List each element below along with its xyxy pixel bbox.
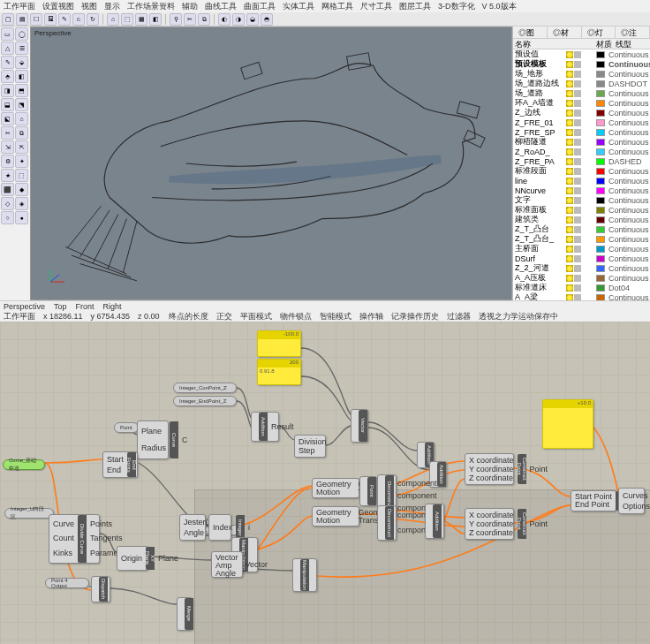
tool-button[interactable]: ⬚ — [15, 169, 28, 182]
tool-button[interactable]: △ — [1, 42, 14, 55]
lock-icon[interactable] — [574, 51, 581, 58]
gh-component[interactable]: X coordinateY coordinateZ coordinateCons… — [465, 508, 514, 540]
color-swatch[interactable] — [596, 100, 605, 107]
menu-item[interactable]: 设置视图 — [42, 1, 74, 11]
color-swatch[interactable] — [596, 168, 605, 175]
lock-icon[interactable] — [574, 197, 581, 204]
bulb-icon[interactable] — [566, 284, 573, 292]
gh-component[interactable]: OriginXY PlanePlane — [117, 546, 148, 571]
view-tab[interactable]: Top — [54, 302, 67, 311]
menu-item[interactable]: 曲面工具 — [244, 1, 276, 11]
bulb-icon[interactable] — [566, 148, 573, 155]
lock-icon[interactable] — [574, 158, 581, 165]
toolbar-button[interactable]: ⧉ — [198, 13, 210, 26]
tool-button[interactable]: ⬙ — [15, 56, 28, 69]
layer-row[interactable]: 主桥面Continuous — [513, 244, 650, 254]
menu-item[interactable]: 视图 — [81, 1, 97, 11]
color-swatch[interactable] — [596, 80, 605, 87]
toolbar-button[interactable]: ▢ — [2, 13, 14, 26]
color-swatch[interactable] — [596, 284, 605, 292]
view-tab[interactable]: Right — [103, 302, 122, 311]
tool-button[interactable]: ⬔ — [15, 98, 28, 111]
gh-component[interactable]: Point — [359, 476, 377, 506]
color-swatch[interactable] — [596, 110, 605, 117]
tool-button[interactable]: ○ — [1, 211, 14, 224]
color-swatch[interactable] — [596, 71, 605, 78]
bulb-icon[interactable] — [566, 129, 573, 136]
gh-panel[interactable]: 2000.91.8 — [257, 359, 301, 385]
tool-button[interactable]: ✦ — [15, 155, 28, 168]
menu-item[interactable]: 网格工具 — [321, 1, 353, 11]
tool-button[interactable]: ☰ — [15, 42, 28, 55]
tool-button[interactable]: ◧ — [15, 70, 28, 83]
lock-icon[interactable] — [574, 129, 581, 136]
bulb-icon[interactable] — [566, 197, 573, 204]
menu-item[interactable]: 尺寸工具 — [360, 1, 392, 11]
gh-param[interactable]: Integer_EndPoint_Z — [173, 396, 237, 406]
layer-row[interactable]: 标准段面Continuous — [513, 166, 650, 176]
bulb-icon[interactable] — [566, 226, 573, 233]
gh-param[interactable]: Point 4 Output — [45, 578, 89, 588]
tool-button[interactable]: ⧉ — [15, 126, 28, 140]
gh-component[interactable]: Jester(x)AngleMulti — [179, 514, 206, 541]
tool-button[interactable]: ▭ — [1, 27, 14, 41]
bulb-icon[interactable] — [566, 80, 573, 87]
lock-icon[interactable] — [574, 246, 581, 253]
color-swatch[interactable] — [596, 139, 605, 146]
bulb-icon[interactable] — [566, 119, 573, 126]
lock-icon[interactable] — [574, 207, 581, 214]
toolbar-button[interactable]: ◧ — [149, 13, 162, 26]
toolbar-button[interactable]: ✂ — [184, 13, 196, 26]
lock-icon[interactable] — [574, 216, 581, 224]
color-swatch[interactable] — [596, 255, 605, 262]
color-swatch[interactable] — [596, 226, 605, 233]
tool-button[interactable]: ⬛ — [1, 183, 14, 196]
color-swatch[interactable] — [596, 51, 605, 58]
bulb-icon[interactable] — [566, 275, 573, 282]
lock-icon[interactable] — [574, 61, 581, 68]
menu-item[interactable]: 曲线工具 — [205, 1, 237, 11]
color-swatch[interactable] — [596, 265, 605, 272]
menu-item[interactable]: V 5.0版本 — [482, 1, 517, 11]
tool-button[interactable]: ⬘ — [1, 70, 14, 83]
menu-item[interactable]: 辅助 — [182, 1, 198, 11]
color-swatch[interactable] — [596, 197, 605, 204]
tool-button[interactable]: ✂ — [1, 126, 14, 140]
layers-list[interactable]: 预设值Continuous预设模板Continuous场_地形Continuou… — [513, 49, 650, 300]
toolbar-button[interactable]: ⚲ — [170, 13, 182, 26]
lock-icon[interactable] — [574, 168, 581, 175]
tool-button[interactable]: ◇ — [1, 197, 14, 210]
gh-component[interactable]: Start PointEnd PointLineLine — [571, 490, 616, 511]
bulb-icon[interactable] — [566, 246, 573, 253]
tool-button[interactable]: ◆ — [15, 183, 28, 196]
tool-button[interactable]: ★ — [1, 169, 14, 182]
bulb-icon[interactable] — [566, 71, 573, 78]
toolbar-button[interactable]: ✎ — [58, 13, 71, 26]
lock-icon[interactable] — [574, 294, 581, 301]
toolbar-button[interactable]: ▦ — [135, 13, 147, 26]
gh-component[interactable]: CurveCountKinksDivide CurvePointsTangent… — [49, 514, 100, 564]
lock-icon[interactable] — [574, 284, 581, 292]
gh-component[interactable]: StartEndEnd Points — [102, 451, 138, 478]
menu-item[interactable]: 3-D数字化 — [438, 1, 475, 11]
gh-component[interactable]: CurvesOptionsLoftLoft — [618, 488, 645, 514]
tool-button[interactable]: ✎ — [1, 56, 14, 69]
gh-component[interactable]: DivisionStep — [294, 435, 326, 458]
color-swatch[interactable] — [596, 187, 605, 194]
bulb-icon[interactable] — [566, 61, 573, 68]
gh-component[interactable]: VectorAmpAngleVector — [211, 551, 243, 578]
gh-param[interactable]: Integer_ConPoint_Z — [173, 383, 237, 393]
tool-button[interactable]: ⇱ — [15, 140, 28, 154]
lock-icon[interactable] — [574, 236, 581, 243]
toolbar-button[interactable]: ☐ — [30, 13, 42, 26]
toolbar-button[interactable]: ◓ — [261, 13, 273, 26]
tool-button[interactable]: ● — [15, 211, 28, 224]
bulb-icon[interactable] — [566, 90, 573, 97]
gh-component[interactable]: Manipulation — [292, 558, 317, 592]
color-swatch[interactable] — [596, 148, 605, 155]
layer-row[interactable]: Z_FRE_01Continuous — [513, 117, 650, 127]
lock-icon[interactable] — [574, 178, 581, 185]
tool-button[interactable]: ⚙ — [1, 155, 14, 168]
bulb-icon[interactable] — [566, 100, 573, 107]
bulb-icon[interactable] — [566, 168, 573, 175]
